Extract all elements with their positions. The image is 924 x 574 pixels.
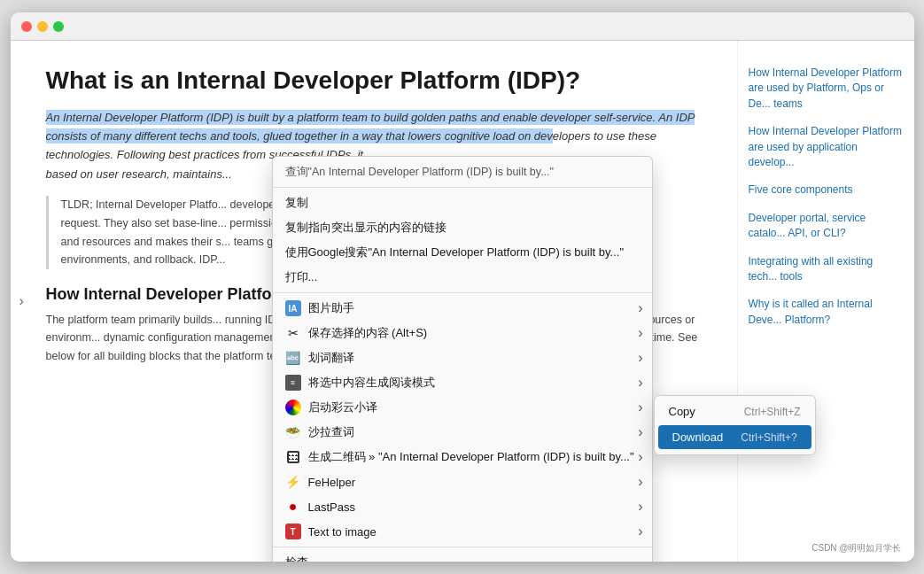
print-text: 打印... xyxy=(285,269,318,285)
rainbow-icon xyxy=(285,399,301,415)
sidebar-link-1[interactable]: How Internal Developer Platform are used… xyxy=(749,66,904,112)
t2i-icon: T xyxy=(285,524,301,539)
context-menu-search[interactable]: 查询"An Internal Developer Platform (IDP) … xyxy=(273,160,652,184)
save-text: 保存选择的内容 (Alt+S) xyxy=(308,325,428,341)
context-menu-salad[interactable]: 🥗 沙拉查词 xyxy=(273,420,652,445)
reader-text: 将选中内容生成阅读模式 xyxy=(308,375,435,391)
browser-window: › What is an Internal Developer Platform… xyxy=(11,12,914,562)
translate-icon: 🔤 xyxy=(285,350,301,366)
context-menu-inspect[interactable]: 检查 xyxy=(273,550,652,562)
t2i-text: Text to image xyxy=(308,525,377,539)
submenu-copy[interactable]: Copy Ctrl+Shift+Z xyxy=(655,399,815,423)
content-area: › What is an Internal Developer Platform… xyxy=(11,41,914,562)
context-menu-copy[interactable]: 复制 xyxy=(273,190,652,215)
inspect-text: 检查 xyxy=(285,555,308,562)
rainbow-text: 启动彩云小译 xyxy=(308,399,377,415)
salad-text: 沙拉查词 xyxy=(308,424,354,440)
fehelper-text: FeHelper xyxy=(308,476,355,489)
page-title: What is an Internal Developer Platform (… xyxy=(46,66,709,96)
submenu: Copy Ctrl+Shift+Z Download Ctrl+Shift+? xyxy=(654,395,816,455)
intro-faded: elopers to use these xyxy=(553,129,656,143)
context-menu-reader[interactable]: ≡ 将选中内容生成阅读模式 xyxy=(273,370,652,395)
menu-separator-1 xyxy=(273,187,652,188)
google-search-text: 使用Google搜索"An Internal Developer Platfor… xyxy=(285,244,625,260)
maximize-button[interactable] xyxy=(53,21,64,32)
scissors-icon: ✂ xyxy=(285,325,301,341)
translate-text: 划词翻译 xyxy=(308,350,354,366)
submenu-copy-shortcut: Ctrl+Shift+Z xyxy=(744,406,801,418)
menu-separator-2 xyxy=(273,292,652,293)
browser-chrome xyxy=(11,12,914,41)
submenu-download-label: Download xyxy=(672,430,724,444)
context-menu-overlay: 查询"An Internal Developer Platform (IDP) … xyxy=(272,156,816,562)
context-menu-translate[interactable]: 🔤 划词翻译 xyxy=(273,345,652,370)
copy-text: 复制 xyxy=(285,195,308,211)
context-menu-qr[interactable]: 生成二维码 » "An Internal Developer Platform … xyxy=(273,445,652,469)
context-menu-save[interactable]: ✂ 保存选择的内容 (Alt+S) xyxy=(273,321,652,345)
intro-continued: technologies. Following best prac xyxy=(46,148,216,161)
submenu-copy-label: Copy xyxy=(669,405,695,418)
submenu-download[interactable]: Download Ctrl+Shift+? xyxy=(658,425,811,449)
ia-icon: IA xyxy=(285,300,301,316)
watermark: CSDN @明明如月学长 xyxy=(811,542,901,555)
context-menu: 查询"An Internal Developer Platform (IDP) … xyxy=(272,156,653,562)
context-menu-google-search[interactable]: 使用Google搜索"An Internal Developer Platfor… xyxy=(273,240,652,265)
submenu-download-shortcut: Ctrl+Shift+? xyxy=(741,431,796,444)
fehelper-icon: ⚡ xyxy=(285,474,301,490)
copy-link-text: 复制指向突出显示的内容的链接 xyxy=(285,220,446,236)
search-text: 查询"An Internal Developer Platform (IDP) … xyxy=(285,165,555,180)
context-menu-copy-link[interactable]: 复制指向突出显示的内容的链接 xyxy=(273,215,652,240)
qr-icon xyxy=(285,449,301,465)
context-menu-rainbow[interactable]: 启动彩云小译 xyxy=(273,395,652,420)
context-menu-print[interactable]: 打印... xyxy=(273,265,652,290)
ia-text: 图片助手 xyxy=(308,300,354,316)
context-menu-t2i[interactable]: T Text to image xyxy=(273,519,652,544)
context-menu-fehelper[interactable]: ⚡ FeHelper xyxy=(273,469,652,494)
context-menu-lastpass[interactable]: ● LastPass xyxy=(273,494,652,519)
lastpass-icon: ● xyxy=(285,499,301,515)
menu-separator-3 xyxy=(273,547,652,547)
intro-end: based on user research, maintain xyxy=(46,167,217,181)
reader-icon: ≡ xyxy=(285,375,301,391)
context-menu-ia[interactable]: IA 图片助手 xyxy=(273,296,652,321)
minimize-button[interactable] xyxy=(37,21,48,32)
intro-faded3: s... xyxy=(216,167,231,181)
lastpass-text: LastPass xyxy=(308,500,355,514)
qr-text: 生成二维码 » "An Internal Developer Platform … xyxy=(308,449,634,465)
close-button[interactable] xyxy=(21,21,32,32)
salad-icon: 🥗 xyxy=(285,424,301,440)
